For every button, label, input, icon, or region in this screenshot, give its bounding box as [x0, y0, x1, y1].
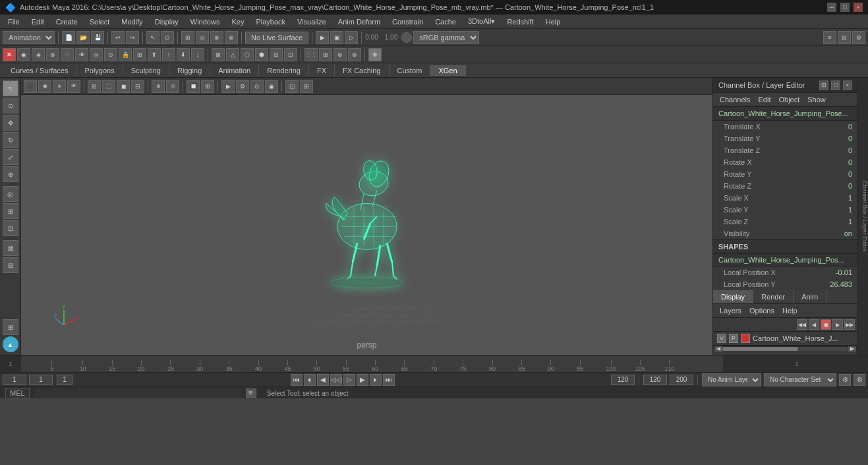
xgen-btn-7[interactable]: ◎ — [90, 48, 103, 61]
redo-button[interactable]: ↪ — [126, 31, 139, 44]
menu-file[interactable]: File — [3, 16, 25, 27]
go-to-end-btn[interactable]: ⏭ — [383, 374, 395, 386]
channel-box-toggle[interactable]: ≡ — [823, 31, 836, 44]
xgen-btn-11[interactable]: ⬆ — [148, 48, 161, 61]
prev-frame-btn[interactable]: ◀ — [317, 374, 329, 386]
menu-cache[interactable]: Cache — [430, 16, 461, 27]
tab-rendering[interactable]: Rendering — [259, 65, 309, 76]
panel-max-btn[interactable]: □ — [831, 80, 840, 90]
attr-scale-x[interactable]: Scale X 1 — [713, 192, 857, 204]
snap-together[interactable]: ⊠ — [3, 240, 18, 256]
tab-sculpting[interactable]: Sculpting — [123, 65, 169, 76]
rotate-tool[interactable]: ↻ — [3, 132, 18, 148]
scale-tool[interactable]: ⤢ — [3, 149, 18, 165]
max-range-input[interactable] — [670, 375, 693, 385]
layer-menu-help[interactable]: Help — [780, 306, 800, 315]
panel-controls[interactable]: ⊡ □ × — [819, 80, 852, 90]
vp-iso-select-btn[interactable]: ⊕ — [152, 80, 165, 93]
snap-point-button[interactable]: ⊕ — [210, 31, 223, 44]
scroll-thumb[interactable] — [722, 347, 798, 351]
character-set-dropdown[interactable]: No Character Set — [764, 373, 836, 387]
layer-color-swatch[interactable] — [741, 334, 750, 343]
timeline[interactable]: 1 51015202530354045505560657075808590951… — [0, 355, 868, 372]
tab-animation[interactable]: Animation — [210, 65, 259, 76]
snap-surface-button[interactable]: ⊗ — [225, 31, 238, 44]
scroll-track[interactable] — [722, 347, 848, 351]
cb-menu-object[interactable]: Object — [776, 95, 802, 104]
universal-manip[interactable]: ⊕ — [3, 166, 18, 182]
tab-curves-surfaces[interactable]: Curves / Surfaces — [3, 65, 76, 76]
xgen-btn-12[interactable]: ↑ — [162, 48, 175, 61]
menu-key[interactable]: Key — [226, 16, 249, 27]
vp-cam-attr-btn[interactable]: ⚙ — [236, 80, 249, 93]
timeline-numbers[interactable]: 5101520253035404550556065707580859095100… — [21, 356, 723, 372]
play-fwd-btn[interactable]: ▷ — [343, 374, 355, 386]
tab-polygons[interactable]: Polygons — [76, 65, 123, 76]
menu-edit[interactable]: Edit — [26, 16, 49, 27]
xgen-btn-13[interactable]: ⬇ — [177, 48, 190, 61]
menu-3dtoall[interactable]: 3DtoAll▾ — [463, 16, 500, 27]
cb-menu-show[interactable]: Show — [805, 95, 828, 104]
status-cmd-btn[interactable]: ⊞ — [246, 388, 256, 398]
maximize-button[interactable]: □ — [840, 3, 850, 12]
layer-last-btn[interactable]: ▶▶ — [844, 319, 855, 330]
viewport[interactable]: 🎥 ◉ ☀ 👁 ⊞ ⬚ ◼ ⊟ ⊕ ◎ 🔲 ⊞ ▶ ⚙ ⊙ ◉ ◱ ⊞ — [21, 78, 712, 355]
move-tool[interactable]: ✥ — [3, 115, 18, 131]
tab-anim[interactable]: Anim — [794, 290, 826, 303]
undo-button[interactable]: ↩ — [111, 31, 125, 44]
vp-render-btn[interactable]: ◉ — [265, 80, 278, 93]
vp-light-btn[interactable]: ☀ — [53, 80, 66, 93]
current-frame-input-2[interactable] — [29, 375, 53, 385]
xgen-btn-8[interactable]: ⊙ — [104, 48, 117, 61]
menu-constrain[interactable]: Constrain — [387, 16, 428, 27]
vp-camera-btn[interactable]: 🎥 — [24, 80, 37, 93]
xgen-btn-10[interactable]: ⊞ — [133, 48, 146, 61]
tab-display[interactable]: Display — [713, 290, 753, 303]
layer-visibility-toggle[interactable]: V — [717, 334, 726, 343]
menu-visualize[interactable]: Visualize — [292, 16, 332, 27]
snap-align[interactable]: ⊟ — [3, 257, 18, 273]
save-file-button[interactable]: 💾 — [91, 31, 104, 44]
menu-redshift[interactable]: Redshift — [502, 16, 538, 27]
vp-shaded-btn[interactable]: ◼ — [117, 80, 130, 93]
next-frame-btn[interactable]: ▶ — [357, 374, 368, 386]
layer-row[interactable]: V P Cartoon_White_Horse_J... — [713, 332, 857, 346]
menu-display[interactable]: Display — [150, 16, 184, 27]
menu-modify[interactable]: Modify — [116, 16, 148, 27]
no-live-surface-button[interactable]: No Live Surface — [245, 32, 308, 44]
xgen-btn-14[interactable]: ↓ — [191, 48, 204, 61]
xgen-btn-15[interactable]: ⊠ — [212, 48, 225, 61]
xgen-btn-20[interactable]: ⊡ — [284, 48, 297, 61]
xgen-btn-22[interactable]: ⊞ — [319, 48, 332, 61]
tab-custom[interactable]: Custom — [390, 65, 431, 76]
sculpt-tool[interactable]: ⊞ — [3, 203, 18, 219]
vp-wireframe-btn[interactable]: ⬚ — [102, 80, 115, 93]
xgen-btn-21[interactable]: ⋮⋮ — [304, 48, 318, 61]
paint-select-tool[interactable]: ⊙ — [3, 98, 18, 113]
attr-translate-x[interactable]: Translate X 0 — [713, 121, 857, 133]
vp-gate-btn[interactable]: ⊞ — [300, 80, 313, 93]
vp-xray-btn[interactable]: ◎ — [166, 80, 179, 93]
snap-curve-button[interactable]: ◎ — [196, 31, 209, 44]
render-button[interactable]: ▶ — [316, 31, 329, 44]
layer-scrollbar[interactable]: ◀ ▶ — [713, 346, 857, 351]
step-back-btn[interactable]: ⏴ — [304, 374, 316, 386]
xgen-btn-1[interactable]: ✕ — [3, 48, 16, 61]
show-manip[interactable]: ⊡ — [3, 220, 18, 236]
attr-translate-z[interactable]: Translate Z 0 — [713, 144, 857, 156]
attr-editor-toggle[interactable]: ⊞ — [838, 31, 851, 44]
attr-translate-y[interactable]: Translate Y 0 — [713, 133, 857, 144]
xgen-btn-5[interactable]: ➕ — [61, 48, 74, 61]
vp-show-btn[interactable]: 👁 — [67, 80, 80, 93]
layer-first-btn[interactable]: ◀◀ — [797, 319, 807, 330]
end-frame-input[interactable] — [611, 375, 635, 385]
xgen-btn-24[interactable]: ⊗ — [348, 48, 361, 61]
mode-dropdown[interactable]: Animation — [3, 31, 55, 44]
scroll-right-arrow[interactable]: ▶ — [848, 346, 856, 352]
xgen-btn-6[interactable]: 👁 — [75, 48, 88, 61]
vp-hud-btn[interactable]: ◱ — [285, 80, 299, 93]
tab-rigging[interactable]: Rigging — [169, 65, 210, 76]
panel-float-btn[interactable]: ⊡ — [819, 80, 828, 90]
menu-windows[interactable]: Windows — [185, 16, 225, 27]
window-controls[interactable]: ─ □ × — [827, 3, 863, 12]
